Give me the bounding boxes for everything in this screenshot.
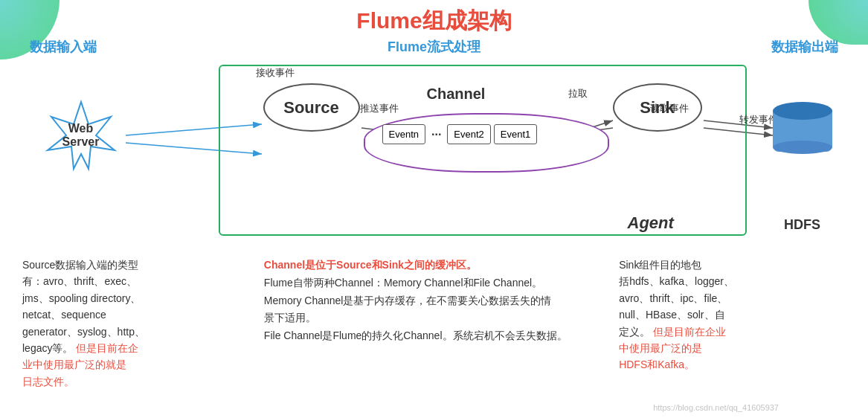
label-receive-event: 接收事件 [256, 66, 295, 80]
label-output: 数据输出端 [771, 38, 838, 56]
bottom-col-left: Source数据输入端的类型 有：avro、thrift、exec、 jms、s… [22, 257, 249, 390]
dots: ··· [428, 128, 444, 141]
label-flume: Flume流式处理 [97, 38, 771, 56]
event-1: Event1 [494, 124, 537, 144]
bottom-col-right: Sink组件目的地包 括hdfs、kafka、logger、 avro、thri… [619, 257, 846, 390]
hdfs-label: HDFS [769, 217, 836, 233]
hdfs-container: HDFS [769, 94, 836, 233]
event-n: Eventn [382, 124, 425, 144]
bottom-section: Source数据输入端的类型 有：avro、thrift、exec、 jms、s… [0, 251, 868, 390]
bottom-col-center: Channel是位于Source和Sink之间的缓冲区。 Flume自带两种Ch… [264, 257, 604, 390]
watermark: https://blog.csdn.net/qq_41605937 [653, 403, 779, 412]
page-title: Flume组成架构 [0, 0, 868, 36]
agent-label: Agent [628, 213, 674, 233]
top-labels: 数据输入端 Flume流式处理 数据输出端 [0, 36, 868, 57]
web-server-text: Web Server [62, 122, 100, 149]
events-row: Eventn ··· Event2 Event1 [382, 124, 538, 144]
label-pull: 拉取 [568, 87, 588, 100]
channel-label: Channel [427, 86, 486, 103]
label-read-event: 读取事件 [650, 102, 689, 115]
channel-desc-title: Channel是位于Source和Sink之间的缓冲区。 [264, 259, 477, 271]
hdfs-bottom-ellipse [773, 141, 832, 154]
event-2: Event2 [447, 124, 490, 144]
label-push-event: 推送事件 [360, 102, 399, 115]
source-ellipse: Source [263, 83, 360, 132]
web-server: Web Server [40, 98, 122, 173]
label-input: 数据输入端 [30, 38, 97, 56]
diagram-area: Web Server 接收事件 Source Sink Channel Even… [25, 57, 843, 251]
hdfs-top [773, 102, 832, 120]
hdfs-cylinder [773, 94, 832, 154]
